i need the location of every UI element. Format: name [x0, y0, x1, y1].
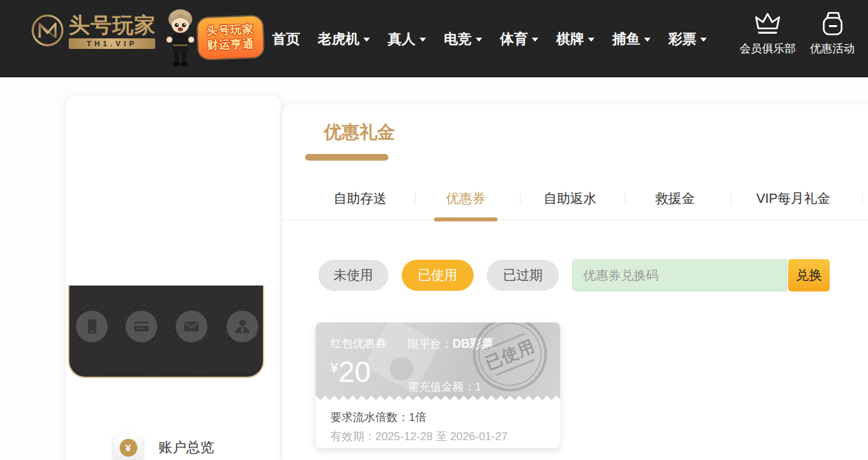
brand-title: 头号玩家 [69, 14, 155, 36]
mail-icon[interactable] [176, 311, 207, 342]
coupon-header: 红包优惠券 限平台：DB彩票 ¥20 需充值金额：1 已使用 [316, 323, 560, 402]
bank-card-icon[interactable] [126, 311, 157, 342]
coupon-card: 红包优惠券 限平台：DB彩票 ¥20 需充值金额：1 已使用 要求流水倍数：1倍… [316, 323, 560, 448]
turnover-requirement: 要求流水倍数：1倍 [330, 410, 546, 425]
yuan-symbol: ¥ [120, 439, 137, 457]
validity-period: 有效期：2025-12-28 至 2026-01-27 [330, 429, 546, 444]
badge-line2: 财运亨通 [207, 37, 255, 53]
top-navbar: 头号玩家 TH1.VIP 头号玩家 财运亨通 首页 老虎机 真人 电竞 体育 棋… [0, 0, 868, 77]
badge-line1: 头号玩家 [206, 22, 254, 38]
mobile-icon[interactable] [76, 311, 108, 342]
red-envelope-icon [818, 9, 846, 38]
menu-item-live[interactable]: 真人 [388, 30, 426, 48]
title-accent-bar [305, 154, 388, 161]
brand-domain: TH1.VIP [87, 40, 137, 48]
tab-rescue-fund[interactable]: 救援金 [655, 190, 695, 208]
profile-icon[interactable] [227, 311, 258, 342]
chevron-down-icon [588, 38, 595, 42]
sidebar: ¥ 账户总览 [66, 96, 281, 460]
coupon-details: 要求流水倍数：1倍 有效期：2025-12-28 至 2026-01-27 [316, 402, 560, 448]
stamp-line [495, 358, 535, 376]
chevron-down-icon [419, 38, 426, 42]
menu-item-chess[interactable]: 棋牌 [556, 30, 595, 48]
coupon-zigzag-edge [316, 393, 560, 402]
platform-label: 限平台： [408, 338, 452, 350]
tab-coupons[interactable]: 优惠券 [446, 190, 486, 208]
tab-vip-monthly-gift[interactable]: VIP每月礼金 [756, 190, 830, 208]
sidebar-item-account-overview[interactable]: ¥ 账户总览 [66, 433, 281, 460]
filter-expired-button[interactable]: 已过期 [487, 260, 559, 291]
shortcut-label: 会员俱乐部 [740, 41, 796, 56]
coupon-code-input[interactable] [572, 259, 787, 291]
chevron-down-icon [644, 38, 651, 42]
menu-item-slots[interactable]: 老虎机 [318, 30, 370, 48]
page-title: 优惠礼金 [324, 120, 395, 144]
sidebar-item-label: 账户总览 [159, 438, 214, 457]
mascot-badge: 头号玩家 财运亨通 [198, 16, 264, 59]
tab-separator [625, 192, 626, 205]
menu-item-sports[interactable]: 体育 [500, 30, 538, 48]
brand-domain-bar: TH1.VIP [69, 38, 155, 49]
tab-separator [520, 192, 521, 205]
main-menu: 首页 老虎机 真人 电竞 体育 棋牌 捕鱼 彩票 [272, 0, 707, 77]
menu-item-fishing[interactable]: 捕鱼 [612, 30, 651, 48]
crown-icon [753, 9, 782, 38]
shortcut-label: 优惠活动 [810, 41, 855, 56]
deposit-value: 1 [475, 381, 481, 393]
brand-logo[interactable]: 头号玩家 TH1.VIP [69, 14, 155, 49]
decor-dot [390, 357, 414, 381]
mascot-avatar [161, 7, 199, 71]
deposit-label: 需充值金额： [408, 381, 475, 393]
active-tab-indicator [434, 217, 497, 221]
amount-value: 20 [338, 356, 371, 388]
stamp-line [485, 332, 524, 350]
yuan-coin-icon: ¥ [114, 433, 143, 460]
shortcut-vip-club[interactable]: 会员俱乐部 [736, 9, 799, 56]
tab-separator [731, 192, 731, 205]
shortcut-promotions[interactable]: 优惠活动 [801, 9, 864, 56]
tab-self-rebate[interactable]: 自助返水 [544, 190, 597, 208]
promotions-panel: 优惠礼金 自助存送 优惠券 自助返水 救援金 VIP每月礼金 未使用 已使用 已… [282, 104, 868, 460]
brand-emblem-icon [30, 13, 65, 48]
tab-bar: 自助存送 优惠券 自助返水 救援金 VIP每月礼金 [282, 177, 868, 220]
chevron-down-icon [363, 38, 370, 42]
coupon-name: 红包优惠券 [330, 336, 386, 351]
filter-used-button[interactable]: 已使用 [402, 260, 474, 291]
chevron-down-icon [532, 38, 538, 42]
filter-unused-button[interactable]: 未使用 [318, 260, 388, 291]
vip-banner-card [68, 286, 264, 378]
menu-item-home[interactable]: 首页 [272, 30, 300, 48]
coupon-filter-row: 未使用 已使用 已过期 兑换 [282, 259, 868, 291]
tab-separator [415, 192, 416, 205]
coupon-deposit-requirement: 需充值金额：1 [408, 379, 481, 395]
stamp-text: 已使用 [482, 334, 538, 374]
coupon-amount: ¥20 [330, 356, 371, 389]
menu-item-esports[interactable]: 电竞 [444, 30, 482, 48]
chevron-down-icon [700, 38, 707, 42]
menu-item-lottery[interactable]: 彩票 [669, 30, 707, 48]
redeem-button[interactable]: 兑换 [788, 259, 830, 291]
currency-symbol: ¥ [330, 360, 338, 376]
chevron-down-icon [476, 38, 482, 42]
tab-self-deposit[interactable]: 自助存送 [334, 190, 386, 208]
tab-separator [862, 192, 863, 205]
